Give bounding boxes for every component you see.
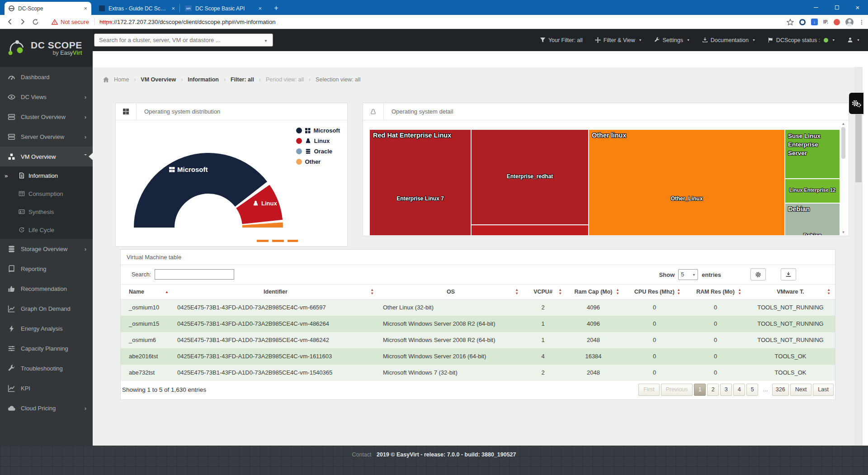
- extension-icon[interactable]: [799, 19, 806, 25]
- sidebar-item-reporting[interactable]: Reporting: [0, 259, 93, 279]
- pagination-page-326[interactable]: 326: [772, 384, 789, 396]
- extension-ip-icon[interactable]: IP.: [823, 19, 828, 24]
- column-header-cpu-res[interactable]: CPU Res (Mhz)▲▼: [624, 285, 685, 299]
- sidebar-item-life-cycle[interactable]: Life Cycle: [0, 221, 93, 239]
- pagination-page-1[interactable]: 1: [694, 384, 706, 396]
- browser-tab-guide[interactable]: Extras - Guide DC Scope Français ×: [95, 2, 179, 15]
- column-header-os[interactable]: OS▲▼: [378, 285, 523, 299]
- sidebar-item-server-overview[interactable]: Server Overview ›: [0, 127, 93, 147]
- scroll-down-icon[interactable]: ▼: [840, 230, 846, 234]
- table-export-button[interactable]: [781, 268, 796, 280]
- extension-download-icon[interactable]: ↓: [811, 19, 818, 25]
- treemap-tile-enterprise-linux-7[interactable]: [370, 130, 471, 235]
- content-top-band: [93, 51, 854, 67]
- pagination-page-4[interactable]: 4: [733, 384, 745, 396]
- sidebar-item-energy-analysis[interactable]: Energy Analysis: [0, 318, 93, 338]
- treemap-scrollbar[interactable]: ▲ ▼: [840, 122, 846, 234]
- profile-avatar[interactable]: [845, 18, 854, 26]
- treemap-tile-redhat-clipped[interactable]: [472, 225, 588, 235]
- table-row[interactable]: _osmium6 0425E475-73B1-43FD-A1D0-73A2B98…: [121, 332, 835, 348]
- table-row[interactable]: _osmium10 0425E475-73B1-43FD-A1D0-73A2B9…: [121, 299, 835, 316]
- search-caret-icon[interactable]: ▼: [264, 39, 268, 43]
- breadcrumb-selection-view[interactable]: Selection view: all: [316, 76, 360, 83]
- breadcrumb-information[interactable]: Information: [188, 76, 219, 83]
- table-row[interactable]: abe732tst 0425E475-73B1-43FD-A1D0-73A2B9…: [121, 365, 835, 381]
- bookmark-star-icon[interactable]: [787, 19, 794, 26]
- sidebar-item-information[interactable]: » Information: [0, 166, 93, 185]
- sidebar-item-cluster-overview[interactable]: Cluster Overview ›: [0, 107, 93, 127]
- home-icon[interactable]: [103, 77, 109, 82]
- breadcrumb-filter[interactable]: Filter: all: [231, 76, 254, 83]
- settings-flyout-tab[interactable]: [849, 93, 863, 114]
- pagination-page-2[interactable]: 2: [707, 384, 719, 396]
- column-header-name[interactable]: Name▲: [121, 285, 173, 299]
- sidebar-item-dashboard[interactable]: Dashboard: [0, 67, 93, 87]
- column-header-identifier[interactable]: Identifier▲▼: [173, 285, 378, 299]
- pagination-last[interactable]: Last: [813, 384, 834, 396]
- sidebar-item-dc-views[interactable]: DC Views ›: [0, 87, 93, 107]
- sidebar-item-consumption[interactable]: Consumption: [0, 185, 93, 203]
- pagination-previous[interactable]: Previous: [661, 384, 693, 396]
- column-header-ram-cap[interactable]: Ram Cap (Mo)▲▼: [563, 285, 624, 299]
- minimize-button[interactable]: [806, 0, 826, 15]
- scrollbar-thumb[interactable]: [855, 114, 862, 182]
- documentation-menu[interactable]: Documentation ▼: [702, 37, 755, 43]
- forward-icon[interactable]: [16, 18, 29, 25]
- sidebar-item-vm-overview[interactable]: VM Overview ˇ: [0, 147, 93, 166]
- pagination-page-5[interactable]: 5: [746, 384, 758, 396]
- browser-tab-api[interactable]: API DC Scope Basic API ×: [181, 2, 266, 15]
- breadcrumb-home[interactable]: Home: [114, 76, 129, 83]
- cell-os: Microsoft Windows 7 (32-bit): [378, 365, 523, 381]
- filter-view-menu[interactable]: Filter & View ▼: [595, 37, 642, 43]
- column-header-vmware-t[interactable]: VMware T.▲▼: [746, 285, 835, 299]
- close-button[interactable]: ×: [847, 0, 868, 15]
- page-length-select[interactable]: 5 ▼: [678, 269, 698, 280]
- dcscope-status-menu[interactable]: DCScope status : ▼: [768, 37, 835, 43]
- pagination-page-3[interactable]: 3: [720, 384, 732, 396]
- reload-icon[interactable]: [29, 19, 42, 25]
- browser-tab-dcscope[interactable]: DC-Scope ×: [5, 2, 91, 15]
- security-chip[interactable]: Not secure: [52, 19, 89, 25]
- extension-adblock-icon[interactable]: [834, 19, 840, 25]
- new-tab-button[interactable]: +: [271, 4, 281, 14]
- sidebar-item-kpi[interactable]: KPI: [0, 378, 93, 398]
- legend-item-other[interactable]: Other: [296, 157, 340, 167]
- scroll-up-icon[interactable]: ▲: [840, 122, 846, 126]
- tab-close-icon[interactable]: ×: [171, 5, 175, 12]
- scrollbar-thumb[interactable]: [841, 127, 845, 159]
- legend-item-microsoft[interactable]: Microsoft: [296, 125, 340, 136]
- tab-close-icon[interactable]: ×: [258, 5, 262, 12]
- sidebar-item-recommendation[interactable]: Recommendation: [0, 279, 93, 299]
- sidebar-item-cloud-pricing[interactable]: Cloud Pricing ›: [0, 398, 93, 418]
- your-filter-menu[interactable]: Your Filter: all: [540, 37, 583, 43]
- table-settings-button[interactable]: [750, 268, 766, 280]
- cell-ram-cap: 2048: [563, 365, 624, 381]
- tab-close-icon[interactable]: ×: [84, 5, 87, 12]
- column-header-vcpu[interactable]: VCPU#▲▼: [523, 285, 563, 299]
- browser-menu-icon[interactable]: ⋮: [859, 19, 864, 25]
- back-icon[interactable]: [4, 18, 16, 25]
- sidebar-item-troubleshooting[interactable]: Troubleshooting: [0, 358, 93, 378]
- legend-item-oracle[interactable]: Oracle: [296, 146, 340, 157]
- sidebar-item-graph-on-demand[interactable]: Graph On Demand: [0, 299, 93, 318]
- column-header-ram-res[interactable]: RAM Res (Mo)▲▼: [685, 285, 746, 299]
- global-search-input[interactable]: [94, 33, 273, 47]
- sidebar-item-capacity-planning[interactable]: Capacity Planning: [0, 338, 93, 358]
- legend-item-linux[interactable]: Linux: [296, 136, 340, 146]
- page-scrollbar[interactable]: [854, 67, 863, 446]
- table-search-input[interactable]: [155, 269, 234, 280]
- user-menu[interactable]: ▼: [847, 37, 860, 43]
- contact-link[interactable]: Contact: [352, 451, 371, 458]
- breadcrumb-period-view[interactable]: Period view: all: [266, 76, 304, 83]
- maximize-button[interactable]: [826, 0, 847, 15]
- breadcrumb-vm-overview[interactable]: VM Overview: [141, 76, 176, 83]
- url-text[interactable]: https://172.27.207.230/dcscope/client/dc…: [99, 19, 276, 25]
- settings-menu[interactable]: Settings ▼: [654, 37, 690, 43]
- table-row[interactable]: abe2016tst 0425E475-73B1-43FD-A1D0-73A2B…: [121, 348, 835, 365]
- treemap-tile-other-linux[interactable]: [589, 130, 784, 235]
- table-row[interactable]: _osmium15 0425E475-73B1-43FD-A1D0-73A2B9…: [121, 316, 835, 332]
- pagination-first[interactable]: First: [638, 384, 659, 396]
- sidebar-item-synthesis[interactable]: Synthesis: [0, 203, 93, 221]
- sidebar-item-storage-overview[interactable]: Storage Overview ›: [0, 239, 93, 259]
- pagination-next[interactable]: Next: [790, 384, 812, 396]
